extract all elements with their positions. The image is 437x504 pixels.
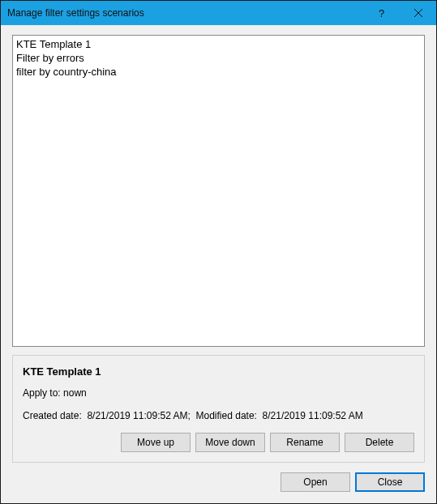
dialog-content: KTE Template 1 Filter by errors filter b… bbox=[1, 25, 436, 503]
window-title: Manage filter settings scenarios bbox=[7, 7, 363, 19]
rename-button[interactable]: Rename bbox=[270, 433, 340, 452]
details-title: KTE Template 1 bbox=[23, 365, 414, 378]
scenarios-listbox[interactable]: KTE Template 1 Filter by errors filter b… bbox=[12, 35, 425, 347]
modified-date-value: 8/21/2019 11:09:52 AM bbox=[263, 410, 363, 421]
help-button[interactable]: ? bbox=[363, 1, 400, 25]
move-up-button[interactable]: Move up bbox=[121, 433, 191, 452]
created-date-value: 8/21/2019 11:09:52 AM bbox=[87, 410, 187, 421]
bottom-button-row: Open Close bbox=[12, 471, 425, 492]
list-item[interactable]: Filter by errors bbox=[16, 51, 421, 65]
titlebar: Manage filter settings scenarios ? bbox=[1, 1, 436, 25]
close-icon bbox=[414, 7, 422, 19]
help-icon: ? bbox=[379, 7, 384, 19]
apply-to-label: Apply to: bbox=[23, 387, 61, 399]
details-dates: Created date: 8/21/2019 11:09:52 AM; Mod… bbox=[23, 410, 414, 421]
dialog-window: Manage filter settings scenarios ? KTE T… bbox=[0, 0, 437, 504]
details-apply: Apply to: nown bbox=[23, 387, 414, 399]
created-date-label: Created date: bbox=[23, 410, 82, 421]
close-window-button[interactable] bbox=[400, 1, 436, 25]
move-down-button[interactable]: Move down bbox=[195, 433, 265, 452]
titlebar-controls: ? bbox=[363, 1, 436, 25]
apply-to-value: nown bbox=[63, 387, 87, 399]
open-button[interactable]: Open bbox=[281, 472, 350, 492]
list-item[interactable]: KTE Template 1 bbox=[16, 37, 421, 51]
close-button[interactable]: Close bbox=[355, 472, 425, 492]
modified-date-label: Modified date: bbox=[196, 410, 257, 421]
list-item[interactable]: filter by country-china bbox=[16, 65, 421, 79]
details-button-row: Move up Move down Rename Delete bbox=[23, 433, 414, 452]
details-panel: KTE Template 1 Apply to: nown Created da… bbox=[12, 355, 425, 463]
delete-button[interactable]: Delete bbox=[345, 433, 414, 452]
